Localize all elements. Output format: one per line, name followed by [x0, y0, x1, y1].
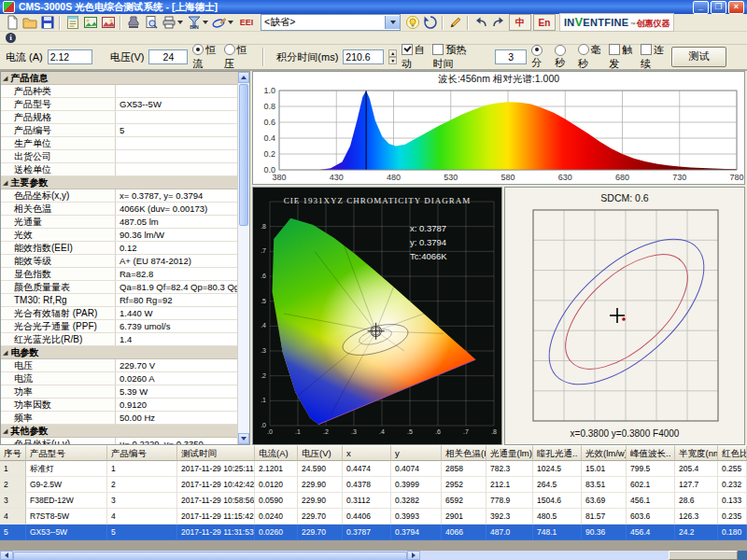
restore-button[interactable]: ❐ — [711, 1, 726, 14]
property-value[interactable] — [116, 150, 237, 162]
minimize-button[interactable]: _ — [693, 1, 709, 14]
property-value[interactable]: 90.36 lm/W — [116, 229, 237, 241]
seconds-radio[interactable]: 秒 — [555, 45, 573, 70]
redo-icon[interactable] — [489, 15, 507, 31]
ellipse-dropdown-arrow[interactable] — [228, 21, 233, 24]
table-row-3[interactable]: 3F38ED-12W32017-11-29 10:58:560.0590229.… — [0, 493, 747, 509]
property-value[interactable]: 5.39 W — [116, 385, 237, 398]
property-value[interactable]: Qa=81.9 Qf=82.4 Qp=80.3 Qg=90.1 — [116, 281, 237, 293]
chinese-language-button[interactable]: 中 — [509, 14, 531, 31]
scroll-down-button[interactable] — [238, 433, 249, 444]
table-row-1[interactable]: 1标准灯12017-11-29 10:25:112.120124.5900.44… — [0, 461, 747, 477]
minutes-radio[interactable]: 分 — [531, 45, 550, 70]
property-value[interactable]: 1.440 W — [116, 307, 237, 319]
open-folder-icon[interactable] — [21, 15, 38, 31]
printer-icon[interactable] — [160, 15, 177, 31]
undo-icon[interactable] — [472, 15, 489, 31]
spin-up-icon[interactable]: ▲ — [388, 49, 397, 57]
property-value[interactable] — [116, 163, 237, 175]
vertical-scrollbar[interactable] — [237, 72, 249, 444]
property-value[interactable]: 0.12 — [116, 242, 237, 254]
column-header[interactable]: 峰值波长.. — [627, 445, 675, 461]
property-value[interactable]: 487.05 lm — [116, 216, 237, 228]
horizontal-scrollbar[interactable] — [0, 551, 747, 560]
property-value[interactable]: u= 0.2229, v= 0.3350 — [116, 438, 237, 444]
column-header[interactable]: x — [343, 445, 391, 461]
cie-chromaticity-panel[interactable]: .0.0.1.1.2.2.3.3.4.4.5.5.6.6.7.7.8.8 CIE… — [252, 187, 502, 445]
new-file-icon[interactable] — [3, 15, 21, 31]
printer-dropdown-arrow[interactable] — [177, 21, 183, 24]
milliseconds-radio[interactable]: 毫秒 — [578, 43, 604, 71]
info-icon[interactable]: i — [6, 33, 16, 43]
profile-dropdown-button[interactable] — [385, 16, 400, 29]
constant-current-radio[interactable]: 恒流 — [192, 43, 218, 71]
property-value[interactable]: 0.0260 A — [116, 372, 237, 385]
column-header[interactable]: 光效(lm/w) — [582, 445, 627, 461]
column-header[interactable]: 电流(A) — [255, 445, 298, 461]
bin-dropdown-arrow[interactable] — [203, 21, 208, 24]
property-value[interactable] — [116, 85, 237, 97]
image-red-icon[interactable] — [99, 15, 117, 31]
table-row-2[interactable]: 2G9-2.5W22017-11-29 10:42:420.0120229.90… — [0, 477, 747, 493]
scrollbar-thumb[interactable] — [239, 84, 248, 226]
table-row-5[interactable]: 5GX53--5W52017-11-29 11:31:530.0260229.7… — [0, 525, 747, 540]
close-button[interactable]: × — [728, 1, 744, 14]
scroll-left-button[interactable] — [0, 551, 13, 560]
property-value[interactable]: Rf=80 Rg=92 — [116, 294, 237, 306]
property-value[interactable]: 229.70 V — [116, 359, 237, 371]
sdcm-panel[interactable]: SDCM: 0.6 x=0.3800 y=0.3800 F4000 — [504, 187, 745, 445]
property-value[interactable]: A+ (EU 874-2012) — [116, 255, 237, 267]
property-value[interactable]: x= 0.3787, y= 0.3794 — [116, 189, 237, 202]
pane-size-grip[interactable] — [669, 551, 738, 560]
pencil-icon[interactable] — [446, 15, 464, 31]
history-icon[interactable] — [421, 15, 439, 31]
column-header[interactable]: 红色比 — [718, 445, 747, 461]
property-value[interactable] — [116, 111, 237, 123]
column-header[interactable]: 半宽度(nm) — [675, 445, 718, 461]
property-value[interactable]: 0.9120 — [116, 399, 237, 411]
scroll-right-button[interactable] — [407, 551, 420, 560]
property-value[interactable]: 4066K (duv= 0.00173) — [116, 203, 237, 215]
table-row-4[interactable]: 4R7ST8-5W42017-11-29 11:15:420.0240229.7… — [0, 509, 747, 525]
spin-down-icon[interactable]: ▼ — [388, 57, 397, 64]
property-value[interactable] — [116, 137, 237, 149]
column-header[interactable]: 相关色温(K) — [442, 445, 486, 461]
profile-dropdown[interactable]: <缺省> — [261, 14, 401, 31]
voltage-input[interactable] — [148, 49, 188, 64]
english-language-button[interactable]: En — [533, 14, 556, 31]
spectrum-panel[interactable]: 波长:456nm 相对光谱:1.000 1.00.80.60.40.20.038… — [252, 71, 745, 185]
column-header[interactable]: 测试时间 — [177, 445, 255, 461]
column-header[interactable]: 电压(V) — [298, 445, 343, 461]
property-value[interactable]: Ra=82.8 — [116, 268, 237, 280]
column-header[interactable]: 序号 — [0, 445, 26, 461]
current-input[interactable] — [48, 49, 92, 64]
property-section-header[interactable]: ◢主要参数 — [1, 176, 237, 189]
scroll-up-button[interactable] — [238, 72, 249, 83]
column-header[interactable]: 瞳孔光通.. — [533, 445, 582, 461]
property-section-header[interactable]: ◢电参数 — [1, 346, 237, 359]
property-value[interactable]: 5 — [116, 124, 237, 136]
save-icon[interactable] — [38, 15, 56, 31]
continuous-checkbox[interactable]: 连续 — [641, 43, 667, 71]
eei-icon[interactable]: EEI — [235, 15, 258, 31]
integration-spinner[interactable]: ▲▼ — [388, 49, 397, 64]
ellipse-pen-icon[interactable] — [210, 15, 228, 31]
property-section-header[interactable]: ◢产品信息 — [1, 72, 237, 85]
preheat-checkbox[interactable]: 预热时间 — [432, 43, 475, 71]
print-preview-icon[interactable] — [142, 15, 160, 31]
column-header[interactable]: 光通量(lm) — [486, 445, 533, 461]
image-green-icon[interactable] — [81, 15, 99, 31]
bin-icon[interactable]: BIN — [185, 15, 203, 31]
title-bar[interactable]: CMS-3000S 光色电综合测试系统 - [上海德士] _ ❐ × — [0, 0, 747, 14]
constant-voltage-radio[interactable]: 恒压 — [224, 43, 250, 71]
test-button[interactable]: 测试 — [671, 47, 726, 67]
property-value[interactable]: 50.00 Hz — [116, 412, 237, 424]
auto-checkbox[interactable]: 自动 — [402, 43, 428, 71]
trigger-checkbox[interactable]: 触发 — [609, 43, 635, 71]
integration-time-input[interactable] — [343, 49, 384, 64]
stamp-icon[interactable] — [124, 15, 142, 31]
property-value[interactable]: GX53--5W — [116, 98, 237, 110]
column-header[interactable]: 产品型号 — [26, 445, 107, 461]
preheat-time-input[interactable] — [495, 49, 527, 64]
property-value[interactable]: 1.4 — [116, 333, 237, 345]
